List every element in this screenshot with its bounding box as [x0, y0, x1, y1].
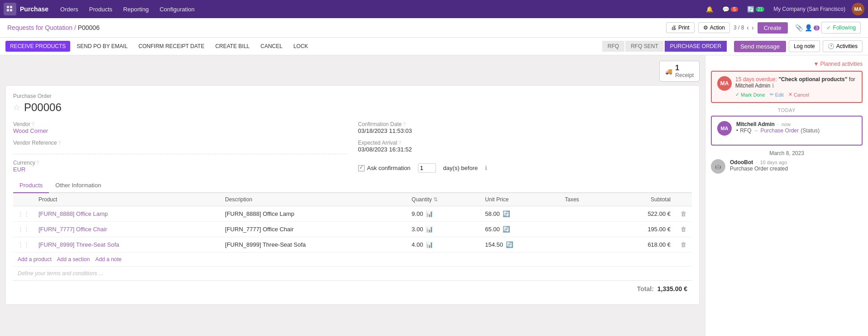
followers-icon[interactable]: 👤3 — [805, 24, 820, 31]
chatter-status-link[interactable]: Purchase Order — [761, 127, 799, 134]
update-icon[interactable]: 🔄 21 — [744, 5, 767, 14]
order-title: ☆ P00006 — [13, 101, 692, 114]
top-navigation: Purchase Orders Products Reporting Confi… — [0, 0, 868, 18]
activities-button[interactable]: 🕐 Activities — [823, 40, 863, 52]
price-history-icon-1[interactable]: 🔄 — [502, 209, 511, 218]
breadcrumb-actions: 🖨 Print ⚙ Action 3 / 8 ‹ › Create 📎 👤3 ✓… — [666, 22, 861, 34]
nav-reporting[interactable]: Reporting — [119, 4, 153, 15]
days-input[interactable] — [418, 163, 436, 173]
check-icon: ✓ — [826, 24, 831, 31]
cancel-button[interactable]: CANCEL — [256, 41, 287, 52]
send-message-button[interactable]: Send message — [734, 41, 786, 52]
log-note-button[interactable]: Log note — [789, 40, 820, 52]
delete-row-1[interactable]: 🗑 — [680, 209, 687, 218]
expected-arrival-value: 03/08/2023 16:31:52 — [358, 146, 692, 153]
delete-row-3[interactable]: 🗑 — [680, 240, 687, 249]
tab-other-info[interactable]: Other Information — [49, 178, 107, 193]
receive-products-button[interactable]: RECEIVE PRODUCTS — [5, 41, 70, 52]
form-row-vendor: Vendor ? Wood Corner Confirmation Date ?… — [13, 121, 692, 134]
app-grid-icon[interactable] — [4, 3, 16, 15]
total-value: 1,335.00 € — [657, 285, 687, 292]
info-icon-activity: ℹ — [772, 83, 774, 89]
forecast-icon-1[interactable]: 📊 — [425, 209, 434, 218]
desc-3: [FURN_8999] Three-Seat Sofa — [225, 241, 306, 248]
sort-icon[interactable]: ⇅ — [433, 196, 438, 203]
form-tabs: Products Other Information — [13, 178, 692, 193]
nav-products[interactable]: Products — [85, 4, 117, 15]
notification-bell[interactable]: 🔔 — [703, 5, 716, 14]
svg-rect-2 — [7, 9, 9, 11]
stage-rfq[interactable]: RFQ — [602, 41, 624, 52]
col-product: Product — [34, 193, 221, 206]
edit-activity-button[interactable]: ✏ Edit — [770, 92, 784, 97]
favorite-star-icon[interactable]: ☆ — [13, 102, 20, 112]
product-link-2[interactable]: [FURN_7777] Office Chair — [38, 226, 107, 233]
col-unit-price: Unit Price — [480, 193, 560, 206]
col-quantity: Quantity ⇅ — [407, 193, 480, 206]
currency-field: Currency ? EUR — [13, 160, 347, 173]
app-name: Purchase — [20, 5, 48, 13]
svg-rect-1 — [10, 6, 12, 8]
breadcrumb: Requests for Quotation / P00006 — [7, 24, 100, 31]
send-po-email-button[interactable]: SEND PO BY EMAIL — [72, 41, 132, 52]
col-handle — [13, 193, 34, 206]
main-layout: 🚚 1 Receipt Purchase Order ☆ P00006 Vend… — [0, 55, 868, 336]
planned-activities-header[interactable]: ▼ Planned activities — [711, 61, 863, 67]
add-note-link[interactable]: Add a note — [95, 256, 121, 263]
user-avatar[interactable]: MA — [852, 3, 864, 15]
stage-buttons: RFQ RFQ SENT PURCHASE ORDER — [602, 41, 727, 52]
vendor-value[interactable]: Wood Corner — [13, 127, 347, 134]
form-row-currency: Currency ? EUR Ask confirmation day(s) b… — [13, 160, 692, 173]
desc-2: [FURN_7777] Office Chair — [225, 226, 294, 233]
company-selector[interactable]: My Company (San Francisco) — [771, 5, 848, 14]
ask-confirmation-checkbox[interactable]: Ask confirmation — [358, 165, 411, 171]
mark-done-button[interactable]: ✓ Mark Done — [735, 92, 765, 97]
product-link-3[interactable]: [FURN_8999] Three-Seat Sofa — [38, 241, 119, 248]
col-subtotal: Subtotal — [609, 193, 675, 206]
message-icon[interactable]: 💬 5 — [719, 5, 741, 14]
nav-orders[interactable]: Orders — [56, 4, 83, 15]
lock-button[interactable]: LOCK — [289, 41, 313, 52]
vendor-ref-value[interactable] — [13, 146, 347, 154]
currency-value[interactable]: EUR — [13, 166, 347, 173]
tab-products[interactable]: Products — [13, 178, 49, 193]
check-mark-icon: ✓ — [735, 92, 739, 97]
add-section-link[interactable]: Add a section — [57, 256, 90, 263]
price-history-icon-2[interactable]: 🔄 — [502, 225, 511, 234]
x-icon: ✕ — [788, 92, 792, 97]
clock-icon: 🕐 — [828, 43, 834, 49]
gear-icon: ⚙ — [703, 24, 708, 31]
confirm-receipt-date-button[interactable]: CONFIRM RECEIPT DATE — [134, 41, 209, 52]
confirmation-date-value: 03/18/2023 11:53:03 — [358, 127, 692, 134]
purchase-order-form: Purchase Order ☆ P00006 Vendor ? Wood Co… — [5, 85, 700, 305]
delete-row-2[interactable]: 🗑 — [680, 225, 687, 234]
forecast-icon-2[interactable]: 📊 — [425, 225, 434, 234]
nav-configuration[interactable]: Configuration — [155, 4, 199, 15]
stage-purchase-order[interactable]: PURCHASE ORDER — [665, 41, 727, 52]
print-button[interactable]: 🖨 Print — [666, 22, 695, 33]
prev-page-button[interactable]: ‹ — [747, 24, 749, 31]
receipt-button[interactable]: 🚚 1 Receipt — [659, 61, 700, 82]
cancel-activity-button[interactable]: ✕ Cancel — [788, 92, 809, 97]
forecast-icon-3[interactable]: 📊 — [425, 240, 434, 249]
create-button[interactable]: Create — [758, 22, 788, 34]
content-area: 🚚 1 Receipt Purchase Order ☆ P00006 Vend… — [0, 55, 705, 336]
col-taxes: Taxes — [560, 193, 609, 206]
stage-rfq-sent[interactable]: RFQ SENT — [625, 41, 664, 52]
add-product-link[interactable]: Add a product — [18, 256, 52, 263]
create-bill-button[interactable]: CREATE BILL — [211, 41, 254, 52]
price-history-icon-3[interactable]: 🔄 — [505, 240, 514, 249]
next-page-button[interactable]: › — [752, 24, 754, 31]
sidebar-panel: ▼ Planned activities MA 15 days overdue:… — [705, 55, 868, 336]
message-badge: 5 — [731, 7, 738, 12]
following-button[interactable]: ✓ Following — [821, 22, 861, 34]
row-handle-icon[interactable]: ⋮⋮ — [18, 226, 29, 233]
row-handle-icon[interactable]: ⋮⋮ — [18, 210, 29, 217]
row-handle-icon[interactable]: ⋮⋮ — [18, 241, 29, 248]
breadcrumb-parent[interactable]: Requests for Quotation — [7, 24, 72, 31]
action-button[interactable]: ⚙ Action — [698, 22, 730, 33]
product-link-1[interactable]: [FURN_8888] Office Lamp — [38, 210, 108, 217]
update-badge: 21 — [756, 7, 764, 12]
terms-field[interactable]: Define your terms and conditions ... — [13, 266, 692, 280]
attachment-icon[interactable]: 📎 — [795, 24, 803, 31]
